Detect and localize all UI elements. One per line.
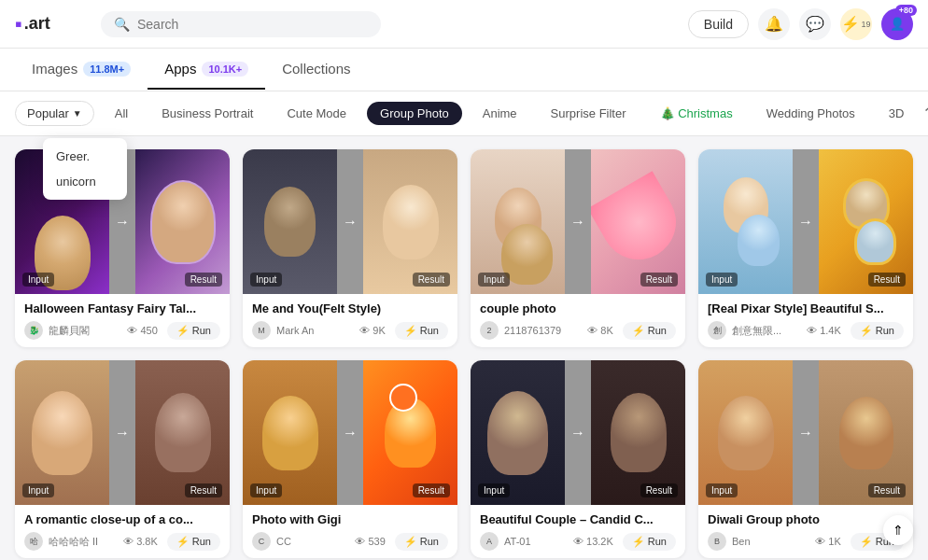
eye-icon: 👁 — [355, 536, 365, 547]
author-name-couple2: AT-01 — [504, 536, 568, 547]
run-button-romantic[interactable]: ⚡ Run — [167, 533, 220, 551]
tab-images[interactable]: Images 11.8M+ — [15, 49, 148, 90]
eye-icon: 👁 — [807, 325, 817, 336]
run-button-pixar[interactable]: ⚡ Run — [851, 322, 904, 340]
search-input[interactable] — [137, 17, 368, 32]
app-card-couple2[interactable]: → Input Result Beautiful Couple – Candid… — [471, 360, 685, 558]
filter-3d[interactable]: 3D — [876, 102, 918, 125]
arrow-icon-gigi: → — [337, 360, 363, 505]
author-name-couple: 2118761379 — [504, 325, 582, 336]
app-card-diwali[interactable]: → Input Result Diwali Group photo B Ben — [698, 360, 913, 558]
card-body-couple: couple photo 2 2118761379 👁 8K ⚡ Run — [471, 294, 685, 347]
author-name-meandyou: Mark An — [276, 325, 354, 336]
author-avatar-gigi: C — [252, 532, 271, 551]
expand-filters-button[interactable]: ⇅ — [924, 104, 928, 124]
arrow-icon-meandyou: → — [337, 149, 363, 294]
author-avatar-meandyou: M — [252, 321, 271, 340]
filter-anime[interactable]: Anime — [470, 102, 530, 125]
input-label-diwali: Input — [706, 483, 738, 497]
card-body-gigi: Photo with Gigi C CC 👁 539 ⚡ Run — [243, 505, 457, 558]
chat-bubble-icon: 💬 — [806, 15, 824, 33]
card-stats-halloween: 👁 450 ⚡ Run — [127, 322, 220, 340]
arrow-icon-couple2: → — [565, 360, 591, 505]
author-name-diwali: Ben — [732, 536, 809, 547]
scroll-top-button[interactable]: ⇑ — [883, 515, 913, 545]
user-avatar[interactable]: +80 👤 — [881, 8, 913, 40]
card-title-couple: couple photo — [480, 301, 676, 315]
view-count-pixar: 👁 1.4K — [807, 325, 841, 336]
tab-apps-label: Apps — [164, 61, 196, 77]
chevron-down-icon: ▼ — [73, 108, 82, 119]
card-stats-pixar: 👁 1.4K ⚡ Run — [807, 322, 904, 340]
app-card-pixar[interactable]: → Input Result [Real Pixar Style] Beauti… — [698, 149, 913, 347]
app-card-romantic[interactable]: → Input Result A romantic close-up of a … — [15, 360, 230, 558]
author-avatar-romantic: 哈 — [24, 532, 43, 551]
search-bar[interactable]: 🔍 — [101, 11, 381, 37]
card-body-halloween: Halloween Fantasy Fairy Tal... 🐉 龍麟貝閣 👁 … — [15, 294, 230, 347]
build-button[interactable]: Build — [688, 10, 749, 38]
run-button-couple2[interactable]: ⚡ Run — [623, 533, 676, 551]
dropdown-item-greer[interactable]: Greer. — [43, 144, 127, 169]
card-meta-diwali: B Ben 👁 1K ⚡ Run — [708, 532, 904, 551]
eye-icon: 👁 — [573, 536, 584, 547]
card-body-romantic: A romantic close-up of a co... 哈 哈哈哈哈 II… — [15, 505, 230, 558]
view-count-couple2: 👁 13.2K — [573, 536, 613, 547]
run-icon: ⚡ — [860, 325, 873, 337]
dropdown-item-unicorn[interactable]: unicorn — [43, 169, 127, 194]
tab-images-label: Images — [32, 61, 77, 77]
eye-icon: 👁 — [359, 325, 370, 336]
run-button-gigi[interactable]: ⚡ Run — [395, 533, 448, 551]
card-meta-meandyou: M Mark An 👁 9K ⚡ Run — [252, 321, 448, 340]
run-icon: ⚡ — [632, 536, 645, 548]
app-card-gigi[interactable]: → Input Result Photo with Gigi — [243, 360, 457, 558]
run-button-meandyou[interactable]: ⚡ Run — [395, 322, 448, 340]
apps-grid: → Input Result Halloween Fantasy Fairy T… — [15, 149, 913, 558]
result-label-romantic: Result — [185, 483, 222, 497]
logo[interactable]: ▪ .art — [15, 12, 90, 36]
card-body-pixar: [Real Pixar Style] Beautiful S... 創 創意無限… — [698, 294, 913, 347]
logo-symbol: ▪ — [15, 12, 22, 36]
run-icon: ⚡ — [176, 536, 190, 548]
run-icon: ⚡ — [404, 536, 417, 548]
sort-select[interactable]: Popular ▼ — [15, 101, 94, 126]
filter-christmas[interactable]: 🎄 Christmas — [647, 102, 746, 125]
run-button-halloween[interactable]: ⚡ Run — [167, 322, 220, 340]
result-label-meandyou: Result — [413, 273, 450, 287]
lightning-icon[interactable]: ⚡ 19 — [840, 8, 872, 40]
notification-icon[interactable]: 🔔 — [758, 8, 790, 40]
card-stats-couple: 👁 8K ⚡ Run — [587, 322, 676, 340]
filter-cute[interactable]: Cute Mode — [274, 102, 359, 125]
card-title-halloween: Halloween Fantasy Fairy Tal... — [24, 301, 220, 315]
view-count-couple: 👁 8K — [587, 325, 612, 336]
eye-icon: 👁 — [127, 325, 137, 336]
card-image-gigi: → Input Result — [243, 360, 457, 505]
card-meta-gigi: C CC 👁 539 ⚡ Run — [252, 532, 448, 551]
card-title-pixar: [Real Pixar Style] Beautiful S... — [708, 301, 904, 315]
card-stats-meandyou: 👁 9K ⚡ Run — [359, 322, 448, 340]
filter-row: Popular ▼ All Business Portrait Cute Mod… — [0, 91, 928, 136]
filter-all[interactable]: All — [102, 102, 141, 125]
input-label-meandyou: Input — [250, 273, 282, 287]
main-tabs: Images 11.8M+ Apps 10.1K+ Collections — [0, 49, 928, 91]
filter-surprise[interactable]: Surprise Filter — [538, 102, 640, 125]
app-card-meandyou[interactable]: → Input Result Me and You(Felt Style) M … — [243, 149, 457, 347]
autocomplete-dropdown[interactable]: Greer. unicorn — [43, 138, 127, 200]
app-card-couple[interactable]: → Input Result couple photo 2 2118761379 — [471, 149, 685, 347]
arrow-icon-diwali: → — [793, 360, 819, 505]
card-image-couple2: → Input Result — [471, 360, 685, 505]
filter-wedding[interactable]: Wedding Photos — [753, 102, 868, 125]
tab-apps[interactable]: Apps 10.1K+ — [148, 49, 265, 90]
run-icon: ⚡ — [632, 325, 645, 337]
arrow-icon-pixar: → — [793, 149, 819, 294]
filter-business[interactable]: Business Portrait — [148, 102, 266, 125]
input-label-halloween: Input — [22, 273, 54, 287]
tab-collections[interactable]: Collections — [265, 49, 367, 90]
card-image-meandyou: → Input Result — [243, 149, 457, 294]
filter-group[interactable]: Group Photo — [367, 102, 462, 125]
chat-icon[interactable]: 💬 — [799, 8, 831, 40]
view-count-romantic: 👁 3.8K — [123, 536, 158, 547]
card-stats-couple2: 👁 13.2K ⚡ Run — [573, 533, 676, 551]
card-image-diwali: → Input Result — [698, 360, 913, 505]
run-button-couple[interactable]: ⚡ Run — [623, 322, 676, 340]
card-image-couple: → Input Result — [471, 149, 685, 294]
